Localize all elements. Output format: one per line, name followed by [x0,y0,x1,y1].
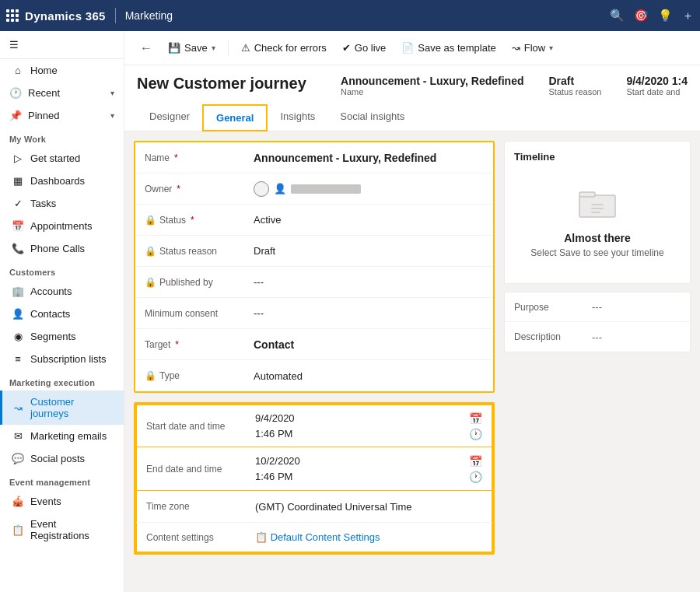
sidebar-label: Tasks [30,198,56,209]
target-value[interactable]: Contact [244,332,493,357]
start-time-text[interactable]: 1:46 PM [255,428,463,440]
tab-social-insights[interactable]: Social insights [327,104,417,131]
end-date-text[interactable]: 10/2/2020 [255,455,463,467]
sidebar-item-accounts[interactable]: 🏢 Accounts [0,280,124,303]
timezone-label: Time zone [137,495,246,518]
owner-avatar [254,181,269,197]
flow-button[interactable]: ↝ Flow ▾ [506,38,559,58]
search-icon[interactable]: 🔍 [610,9,625,23]
timeline-empty-sub: Select Save to see your timeline [530,247,663,258]
section-customers: Customers [0,260,124,280]
sidebar-label-recent: Recent [28,87,60,99]
sidebar-item-customer-journeys[interactable]: ↝ Customer journeys [0,391,124,425]
sidebar-item-phone-calls[interactable]: 📞 Phone Calls [0,237,124,260]
start-clock-icon[interactable]: 🕐 [469,428,482,440]
end-time-text[interactable]: 1:46 PM [255,471,463,482]
min-consent-value[interactable]: --- [244,301,493,325]
end-clock-icon[interactable]: 🕐 [469,471,482,483]
required-mark-target: * [175,339,179,350]
flow-dropdown-icon[interactable]: ▾ [549,44,553,52]
save-as-template-button[interactable]: 📄 Save as template [395,38,502,58]
tab-general[interactable]: General [202,104,268,131]
save-button[interactable]: 💾 Save ▾ [162,38,222,58]
contacts-icon: 👤 [12,308,24,320]
sidebar-item-dashboards[interactable]: ▦ Dashboards [0,170,124,192]
sidebar: ☰ ⌂ Home 🕐 Recent ▾ 📌 Pinned ▾ My Work ▷… [0,31,124,592]
flow-icon: ↝ [512,42,520,54]
chevron-down-icon: ▾ [110,89,114,97]
go-live-label: Go live [355,42,386,54]
add-icon[interactable]: ＋ [682,9,694,23]
check-errors-button[interactable]: ⚠ Check for errors [235,38,333,58]
target-icon[interactable]: 🎯 [634,9,649,23]
description-value[interactable]: --- [583,325,690,349]
lock-icon-4: 🔒 [145,370,156,381]
email-icon: ✉ [12,430,24,442]
sidebar-item-home[interactable]: ⌂ Home [0,59,124,82]
sidebar-label: Appointments [30,220,93,232]
sidebar-item-appointments[interactable]: 📅 Appointments [0,215,124,237]
flow-label: Flow [524,42,545,54]
start-date-label: Start date and time [137,415,246,438]
record-tabs: Designer General Insights Social insight… [137,104,688,131]
warning-icon: ⚠ [241,42,250,54]
save-label: Save [184,42,208,54]
sidebar-label: Get started [30,152,80,164]
purpose-value[interactable]: --- [583,295,690,319]
field-owner-row: Owner * 👤 [135,173,493,205]
meta-status-label: Status reason [549,87,602,96]
sidebar-hamburger[interactable]: ☰ [0,31,124,59]
status-reason-label: 🔒 Status reason [135,240,244,263]
app-grid-icon[interactable] [6,9,19,22]
start-date-row: Start date and time 9/4/2020 📅 1:46 PM 🕐 [135,404,493,447]
timezone-value[interactable]: (GMT) Coordinated Universal Time [246,495,492,519]
tab-designer[interactable]: Designer [137,104,202,131]
sidebar-item-subscription-lists[interactable]: ≡ Subscription lists [0,348,124,370]
sidebar-item-pinned[interactable]: 📌 Pinned ▾ [0,104,124,127]
segments-icon: ◉ [12,331,24,342]
field-minimum-consent-row: Minimum consent --- [135,298,493,329]
target-label: Target * [135,333,244,356]
owner-person-icon: 👤 [274,183,286,194]
section-marketing-execution: Marketing execution [0,370,124,391]
meta-name: Announcement - Luxury, Redefined Name [341,75,523,96]
sidebar-item-recent[interactable]: 🕐 Recent ▾ [0,82,124,104]
back-button[interactable]: ← [134,38,159,58]
help-icon[interactable]: 💡 [658,9,673,23]
svg-rect-0 [579,195,615,217]
form-area: Name * Announcement - Luxury, Redefined … [124,131,700,592]
description-label: Description [505,325,583,349]
end-time-row: 1:46 PM 🕐 [255,471,482,483]
timezone-row: Time zone (GMT) Coordinated Universal Ti… [135,491,493,522]
sidebar-item-segments[interactable]: ◉ Segments [0,325,124,348]
tab-insights[interactable]: Insights [268,104,327,131]
start-date-date-row: 9/4/2020 📅 [255,412,482,425]
top-nav-bar: Dynamics 365 Marketing 🔍 🎯 💡 ＋ [0,0,700,31]
save-dropdown-icon[interactable]: ▾ [212,44,215,52]
sidebar-item-contacts[interactable]: 👤 Contacts [0,303,124,325]
start-calendar-icon[interactable]: 📅 [469,412,482,425]
go-live-button[interactable]: ✔ Go live [336,38,392,58]
end-date-row: End date and time 10/2/2020 📅 1:46 PM 🕐 [135,447,493,491]
status-value: Active [244,208,493,232]
content-settings-value[interactable]: 📋 Default Content Settings [246,525,492,549]
name-value[interactable]: Announcement - Luxury, Redefined [244,145,493,170]
sidebar-item-get-started[interactable]: ▷ Get started [0,147,124,170]
main-content: ← 💾 Save ▾ ⚠ Check for errors ✔ Go live … [124,31,700,592]
sidebar-item-marketing-emails[interactable]: ✉ Marketing emails [0,425,124,447]
content-settings-icon: 📋 [255,531,271,543]
template-icon: 📄 [401,42,414,54]
sidebar-item-event-registrations[interactable]: 📋 Event Registrations [0,513,124,547]
pin-icon: 📌 [9,110,22,121]
calendar-icon: 📅 [12,220,24,232]
extra-panel: Purpose --- Description --- [504,292,691,352]
start-date-text[interactable]: 9/4/2020 [255,412,463,424]
sidebar-item-events[interactable]: 🎪 Events [0,490,124,513]
sidebar-item-tasks[interactable]: ✓ Tasks [0,192,124,215]
end-calendar-icon[interactable]: 📅 [469,455,482,468]
list-icon: ≡ [12,353,24,365]
required-mark-owner: * [177,184,180,194]
sidebar-item-social-posts[interactable]: 💬 Social posts [0,447,124,470]
module-title: Marketing [125,9,173,22]
owner-value[interactable]: 👤 [244,175,370,203]
